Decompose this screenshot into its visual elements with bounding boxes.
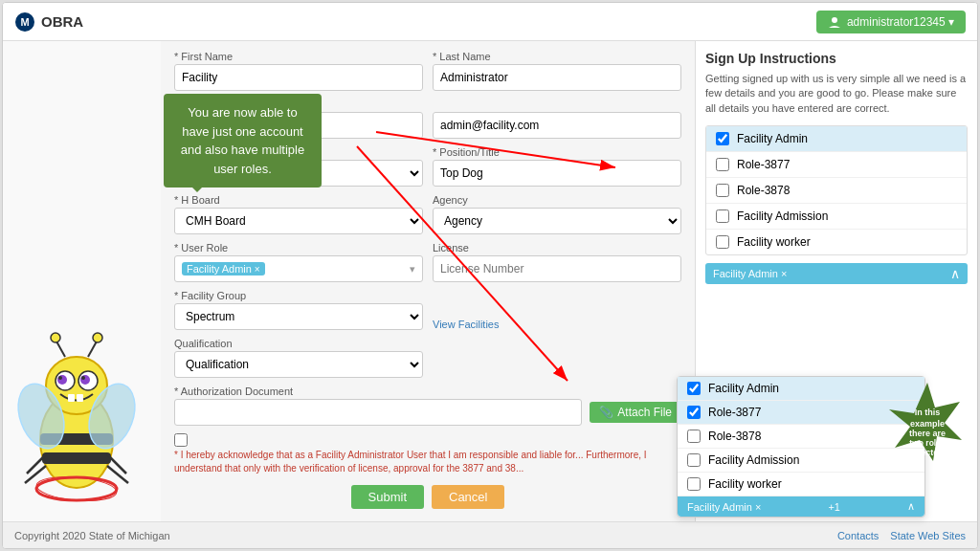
logo-text: OBRA [41, 13, 83, 30]
tag-close[interactable]: × [255, 264, 260, 275]
qualification-select[interactable]: Qualification [174, 351, 423, 378]
first-name-group: * First Name [174, 51, 423, 91]
auth-doc-input[interactable] [174, 399, 582, 426]
facility-group-label: * Facility Group [174, 290, 423, 301]
starburst-container: In this example there are two roles sele… [885, 381, 969, 465]
role-bottom-checkbox-4[interactable] [687, 477, 701, 491]
copyright: Copyright 2020 State of Michigan [14, 530, 170, 541]
qualification-label: Qualification [174, 338, 423, 349]
email-input[interactable] [433, 112, 681, 139]
role-bottom-item-4[interactable]: Facility worker [678, 473, 924, 496]
main-content: You are now able to have just one accoun… [3, 41, 977, 521]
bee-area [3, 41, 161, 521]
auth-doc-row: * Authorization Document 📎 Attach File [174, 386, 681, 426]
svg-point-9 [57, 375, 67, 385]
role-bottom-checkbox-2[interactable] [687, 430, 701, 443]
cmh-board-label: * H Board [174, 194, 423, 206]
last-name-input[interactable] [433, 64, 681, 91]
email-group: Email [433, 99, 681, 139]
user-menu-button[interactable]: administrator12345 ▾ [816, 11, 966, 33]
role-bottom-checkbox-3[interactable] [687, 453, 701, 467]
view-facilities-group: View Facilities [433, 290, 681, 330]
submit-button[interactable]: Submit [351, 485, 424, 509]
role-list-top: Facility Admin Role-3877 Role-3878 Facil… [705, 125, 968, 255]
role-bottom-label-2: Role-3878 [708, 430, 761, 443]
contacts-link[interactable]: Contacts [837, 530, 879, 541]
role-item-2[interactable]: Role-3878 [706, 178, 967, 204]
state-web-sites-link[interactable]: State Web Sites [890, 530, 966, 541]
role-checkbox-1[interactable] [716, 158, 729, 171]
svg-point-2 [832, 17, 837, 23]
attach-icon: 📎 [599, 406, 613, 419]
user-name: administrator12345 ▾ [847, 15, 954, 29]
selected-role-tag-bottom: Facility Admin × [687, 501, 761, 513]
svg-line-22 [25, 466, 46, 483]
board-agency-row: * H Board CMH Board Agency Agency [174, 194, 681, 234]
qualification-group: Qualification Qualification [174, 338, 423, 378]
svg-text:there are: there are [909, 429, 946, 438]
role-tag-bar-top[interactable]: Facility Admin × ∧ [705, 263, 968, 284]
ack-checkbox[interactable] [174, 433, 188, 447]
role-bottom-checkbox-0[interactable] [687, 382, 701, 395]
agency-select[interactable]: Agency [433, 208, 681, 234]
svg-point-11 [58, 376, 62, 380]
tooltip-text: You are now able to have just one accoun… [181, 105, 304, 176]
tooltip-bubble: You are now able to have just one accoun… [164, 94, 322, 187]
position-group: * Position/Title [433, 146, 681, 187]
user-icon [828, 15, 841, 29]
footer: Copyright 2020 State of Michigan Contact… [3, 521, 977, 548]
right-panel: Sign Up Instructions Getting signed up w… [695, 41, 977, 521]
svg-point-18 [93, 333, 102, 342]
logo-icon: M [14, 11, 35, 33]
sign-up-desc: Getting signed up with us is very simple… [705, 72, 968, 116]
user-role-input[interactable]: Facility Admin × ▾ [174, 255, 423, 282]
facility-group-select[interactable]: Spectrum [174, 303, 423, 330]
cmh-board-group: * H Board CMH Board [174, 194, 423, 234]
svg-rect-5 [42, 452, 111, 464]
footer-links: Contacts State Web Sites [837, 530, 966, 541]
first-name-input[interactable] [174, 64, 423, 91]
role-checkbox-2[interactable] [716, 184, 729, 197]
submit-area: Submit Cancel [174, 485, 681, 509]
selected-role-tag-top: Facility Admin × [713, 268, 787, 279]
cancel-button[interactable]: Cancel [432, 485, 504, 509]
auth-doc-label: * Authorization Document [174, 386, 681, 397]
svg-line-23 [107, 454, 126, 474]
role-checkbox-0[interactable] [716, 132, 729, 145]
position-input[interactable] [433, 160, 681, 187]
spacer [433, 338, 681, 378]
role-label-2: Role-3878 [737, 184, 790, 197]
chevron-up-icon: ∧ [950, 266, 960, 281]
role-item-0[interactable]: Facility Admin [706, 126, 967, 152]
view-facilities-link[interactable]: View Facilities [433, 319, 681, 330]
role-item-1[interactable]: Role-3877 [706, 152, 967, 178]
attach-file-button[interactable]: 📎 Attach File [590, 402, 681, 423]
sign-up-title: Sign Up Instructions [705, 51, 968, 66]
svg-point-16 [51, 333, 60, 342]
role-label-0: Facility Admin [737, 132, 808, 145]
role-checkbox-4[interactable] [716, 235, 729, 249]
app-header: M OBRA administrator12345 ▾ [3, 3, 977, 41]
role-bottom-label-0: Facility Admin [708, 382, 779, 395]
svg-point-10 [80, 375, 90, 385]
role-label-1: Role-3877 [737, 158, 790, 171]
role-item-3[interactable]: Facility Admission [706, 204, 967, 230]
chevron-up-icon-bottom: ∧ [907, 500, 915, 513]
ack-text: * I hereby acknowledge that as a Facilit… [174, 449, 681, 475]
role-label-3: Facility Admission [737, 209, 828, 223]
license-input[interactable] [433, 255, 681, 282]
svg-rect-13 [68, 394, 75, 402]
facility-admin-tag: Facility Admin × [182, 262, 265, 276]
starburst-shape: In this example there are two roles sele… [885, 381, 969, 465]
role-bottom-checkbox-1[interactable] [687, 406, 701, 419]
role-license-row: * User Role Facility Admin × ▾ License [174, 242, 681, 282]
svg-text:example: example [910, 419, 945, 429]
attach-btn-label: Attach File [617, 406, 672, 419]
svg-point-12 [81, 376, 85, 380]
svg-text:In this: In this [915, 408, 941, 417]
logo: M OBRA [14, 11, 83, 33]
role-checkbox-3[interactable] [716, 209, 729, 223]
role-item-4[interactable]: Facility worker [706, 230, 967, 254]
svg-rect-14 [77, 394, 83, 402]
cmh-board-select[interactable]: CMH Board [174, 208, 423, 234]
